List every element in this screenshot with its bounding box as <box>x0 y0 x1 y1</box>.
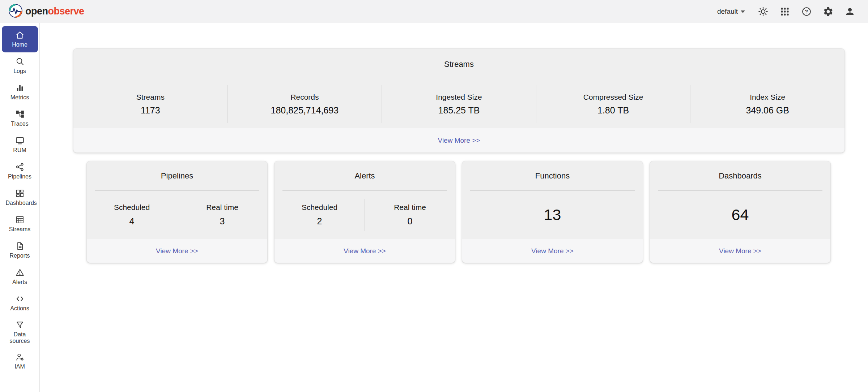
stat-value: 1.80 TB <box>597 105 629 116</box>
stat-records: Records 180,825,714,693 <box>228 80 382 128</box>
logo: openobserve <box>8 3 84 20</box>
stat-value: 1173 <box>141 105 160 116</box>
sidebar: Home Logs Metrics Traces <box>0 23 40 392</box>
alerts-view-more-link[interactable]: View More >> <box>344 247 386 255</box>
sidebar-item-streams[interactable]: Streams <box>2 211 38 237</box>
sidebar-item-rum[interactable]: RUM <box>2 132 38 158</box>
logo-wordmark: openobserve <box>25 6 84 17</box>
sidebar-item-logs[interactable]: Logs <box>2 52 38 79</box>
dashboards-card-footer: View More >> <box>650 239 830 263</box>
dashboards-count: 64 <box>650 191 830 239</box>
topbar: openobserve default <box>0 0 868 23</box>
profile-button[interactable] <box>843 4 857 19</box>
sun-icon <box>758 6 769 17</box>
table-grid-icon <box>15 215 25 224</box>
sidebar-item-metrics[interactable]: Metrics <box>2 79 38 105</box>
functions-card-title: Functions <box>462 161 643 190</box>
search-icon <box>15 57 25 66</box>
code-brackets-icon <box>15 294 25 303</box>
stat-label: Real time <box>394 203 426 212</box>
streams-card-footer: View More >> <box>73 128 844 152</box>
stat-value: 180,825,714,693 <box>271 105 339 116</box>
sidebar-item-label: Alerts <box>12 279 27 285</box>
sidebar-item-reports[interactable]: Reports <box>2 237 38 263</box>
logo-text-observe: observe <box>48 6 84 17</box>
pipelines-view-more-link[interactable]: View More >> <box>156 247 198 255</box>
summary-cards-row: Pipelines Scheduled 4 Real time 3 View M… <box>86 161 831 263</box>
stat-value: 0 <box>408 216 413 227</box>
stat-label: Real time <box>206 203 238 212</box>
dashboard-icon <box>15 189 25 198</box>
functions-count: 13 <box>462 191 643 239</box>
gear-icon <box>823 6 834 17</box>
streams-summary-card: Streams Streams 1173 Records 180,825,714… <box>73 48 845 153</box>
sidebar-item-data-sources[interactable]: Data sources <box>2 316 38 348</box>
stat-ingested-size: Ingested Size 185.25 TB <box>382 80 536 128</box>
stat-scheduled: Scheduled 4 <box>87 191 177 239</box>
stat-label: Scheduled <box>302 203 337 212</box>
theme-toggle-button[interactable] <box>756 4 770 19</box>
monitor-icon <box>15 136 25 145</box>
stat-real-time: Real time 3 <box>177 191 267 239</box>
share-nodes-icon <box>15 162 25 172</box>
funnel-icon <box>15 320 25 329</box>
sidebar-item-label: Home <box>12 42 27 48</box>
sidebar-item-label: Pipelines <box>8 173 31 180</box>
stat-value: 185.25 TB <box>438 105 480 116</box>
stat-label: Index Size <box>750 93 785 102</box>
stat-index-size: Index Size 349.06 GB <box>690 80 844 128</box>
org-selector-value: default <box>717 8 738 16</box>
stat-value: 2 <box>317 216 322 227</box>
dashboards-card: Dashboards 64 View More >> <box>650 161 831 263</box>
settings-button[interactable] <box>821 4 835 19</box>
functions-view-more-link[interactable]: View More >> <box>531 247 574 255</box>
sidebar-item-home[interactable]: Home <box>2 26 38 52</box>
streams-card-title: Streams <box>73 49 844 80</box>
stat-compressed-size: Compressed Size 1.80 TB <box>536 80 690 128</box>
org-selector[interactable]: default <box>717 8 745 16</box>
user-gear-icon <box>15 352 25 362</box>
openobserve-logo-icon <box>8 3 23 20</box>
streams-view-more-link[interactable]: View More >> <box>438 137 480 145</box>
main-content: Streams Streams 1173 Records 180,825,714… <box>40 23 868 392</box>
sidebar-item-traces[interactable]: Traces <box>2 105 38 132</box>
bar-chart-icon <box>15 83 25 92</box>
sidebar-item-label: Metrics <box>10 94 29 101</box>
functions-card: Functions 13 View More >> <box>462 161 643 263</box>
home-icon <box>15 30 25 40</box>
sidebar-item-label: Reports <box>9 253 30 259</box>
sidebar-item-iam[interactable]: IAM <box>2 348 38 374</box>
sidebar-item-label: Dashboards <box>6 200 34 206</box>
stat-value: 4 <box>129 216 135 227</box>
stat-scheduled: Scheduled 2 <box>275 191 365 239</box>
stat-label: Streams <box>136 93 165 102</box>
sidebar-item-label: Streams <box>9 226 31 233</box>
dashboards-card-title: Dashboards <box>650 161 830 190</box>
stat-label: Scheduled <box>114 203 150 212</box>
apps-grid-icon <box>779 6 790 17</box>
sidebar-item-label: Data sources <box>6 331 34 344</box>
stat-label: Records <box>290 93 319 102</box>
tree-nodes-icon <box>15 109 25 119</box>
svg-text:?: ? <box>805 9 808 14</box>
dashboards-view-more-link[interactable]: View More >> <box>719 247 761 255</box>
sidebar-item-actions[interactable]: Actions <box>2 290 38 316</box>
alerts-card-footer: View More >> <box>275 239 455 263</box>
alerts-card: Alerts Scheduled 2 Real time 0 View More… <box>274 161 455 263</box>
pipelines-card-footer: View More >> <box>87 239 267 263</box>
stat-real-time: Real time 0 <box>365 191 455 239</box>
warning-triangle-icon <box>15 268 25 277</box>
help-icon: ? <box>801 6 812 17</box>
sidebar-item-label: IAM <box>14 363 25 370</box>
alerts-card-title: Alerts <box>275 161 455 190</box>
apps-menu-button[interactable] <box>778 4 792 19</box>
stat-value: 3 <box>220 216 225 227</box>
logo-text-open: open <box>25 6 48 17</box>
sidebar-item-dashboards[interactable]: Dashboards <box>2 184 38 211</box>
stat-value: 349.06 GB <box>746 105 789 116</box>
help-button[interactable]: ? <box>799 4 814 19</box>
sidebar-item-pipelines[interactable]: Pipelines <box>2 158 38 184</box>
pipelines-stats: Scheduled 4 Real time 3 <box>87 191 267 239</box>
sidebar-item-alerts[interactable]: Alerts <box>2 263 38 290</box>
functions-card-footer: View More >> <box>462 239 643 263</box>
